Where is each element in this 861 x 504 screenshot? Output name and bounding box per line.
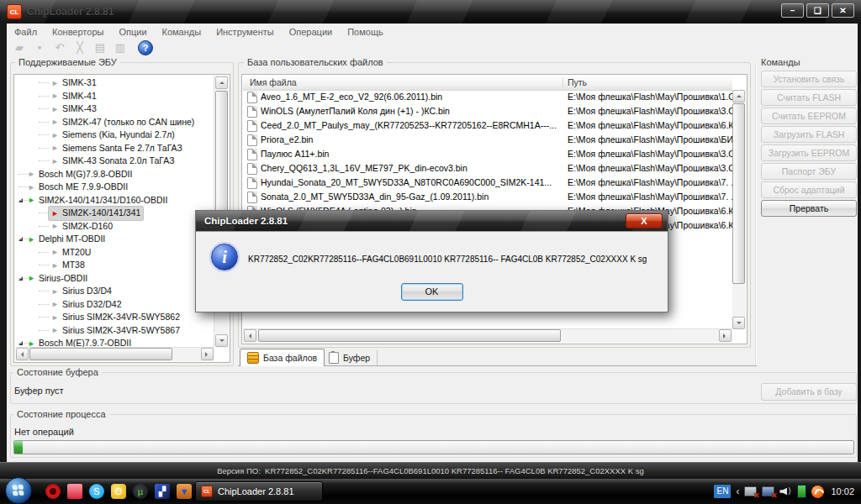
table-row[interactable]: Chery_QQ613_1,3L_16V_ME797_PK_din-ecov3.… <box>243 161 732 176</box>
table-row[interactable]: Паулюс A11+.binE:\Моя флешка\Flash\May\П… <box>243 147 732 161</box>
menu-item[interactable]: Файл <box>7 24 45 39</box>
tree-item[interactable]: ►Siemens (Kia, Hyundai 2.7л) <box>15 129 214 142</box>
tools-icon[interactable]: ╳ <box>72 40 87 55</box>
taskbar-app-button[interactable]: CL ChipLoader 2.8.81 <box>195 481 323 501</box>
arrow-green: ► <box>28 274 35 282</box>
tree-item[interactable]: ►SIMK-41 <box>15 90 214 103</box>
tree-item[interactable]: ►SIMK-31 <box>15 76 214 90</box>
file-path-cell: E:\Моя флешка\Flash\May\Прошивка\3.С... <box>568 147 732 161</box>
menu-item[interactable]: Опции <box>111 24 154 39</box>
undo-icon[interactable]: ↶ <box>52 40 67 55</box>
scroll-thumb[interactable] <box>29 348 172 360</box>
tree-item[interactable]: ►MT20U <box>15 246 214 260</box>
menu-item[interactable]: Команды <box>155 24 209 39</box>
start-button[interactable] <box>5 477 32 504</box>
tree-item-label: SIMK-43 Sonata 2.0л ТаГАЗ <box>62 155 175 168</box>
menu-item[interactable]: Инструменты <box>209 24 282 39</box>
tree-item[interactable]: ►Sirius D32/D42 <box>15 298 214 312</box>
command-button[interactable]: Паспорт ЭБУ <box>761 163 857 180</box>
ecu-tree-hscrollbar[interactable] <box>15 347 214 361</box>
scroll-right-arrow[interactable] <box>719 329 732 342</box>
tree-item[interactable]: ►SIMK-43 Sonata 2.0л ТаГАЗ <box>15 155 214 168</box>
column-header-name[interactable]: Имя файла <box>250 76 297 90</box>
chip-icon[interactable]: ▥ <box>113 40 128 55</box>
media-player-icon[interactable]: ▞ <box>155 484 170 499</box>
scroll-up-arrow[interactable] <box>732 90 745 102</box>
tree-item[interactable]: ►SIMK-43 <box>15 102 214 116</box>
volume-icon[interactable]: ) <box>779 486 792 497</box>
minimize-button[interactable]: – <box>781 3 804 18</box>
tree-item[interactable]: ►Siemens Santa Fe 2.7л ТаГАЗ <box>15 142 214 155</box>
tree-item[interactable]: ►MT38 <box>15 259 214 272</box>
column-header-path[interactable]: Путь <box>568 76 587 90</box>
battery-icon[interactable] <box>797 485 806 498</box>
command-button[interactable]: Загрузить EEPROM <box>761 144 857 161</box>
skype-icon[interactable]: S <box>89 484 104 499</box>
help-icon[interactable]: ? <box>138 40 153 55</box>
tree-item[interactable]: ►Bosch ME 7.9.9-OBDII <box>15 181 214 194</box>
menu-item[interactable]: Операции <box>282 24 340 39</box>
network-disabled-icon[interactable]: ✕ <box>744 486 757 497</box>
scroll-left-arrow[interactable] <box>16 348 29 360</box>
utorrent-icon[interactable]: µ <box>133 484 148 499</box>
table-row[interactable]: Aveo_1.6_MT_E-2_eco_V2_92(6.06.2011).bin… <box>243 90 732 104</box>
scroll-down-arrow[interactable] <box>732 317 745 329</box>
taskbar-clock[interactable]: 10:02 <box>831 486 854 496</box>
scroll-thumb[interactable] <box>732 103 745 284</box>
command-button[interactable]: Считать EEPROM <box>761 108 857 124</box>
tree-item[interactable]: ►SIM2K-47 (только по CAN шине) <box>15 116 214 129</box>
scroll-down-arrow[interactable] <box>215 334 228 347</box>
tab-file-database[interactable]: База файлов <box>240 349 325 366</box>
toolbar: ▰▪↶╳▤▥? <box>8 39 858 57</box>
dialog-close-button[interactable]: X <box>626 213 663 228</box>
table-row[interactable]: WinOLS (АмулетПалий Коля дин (+1) - )КС.… <box>243 104 732 118</box>
command-button[interactable]: Установить связь <box>761 71 857 87</box>
report-icon[interactable]: ▤ <box>92 40 108 55</box>
scroll-left-arrow[interactable] <box>244 329 256 342</box>
tree-item[interactable]: ►Sirius SIM2K-34VR-5WY5867 <box>15 324 214 338</box>
display-disconnected-icon[interactable]: ✕ <box>762 486 774 497</box>
table-row[interactable]: Hyundai_Sonata_20_MT_5WY5D33A_N8T0RC0A69… <box>243 176 732 190</box>
message-dialog: ChipLoader 2.8.81 X i KR772852_C02KR7728… <box>195 210 668 312</box>
language-indicator[interactable]: EN <box>714 485 731 498</box>
tree-item[interactable]: ►Sirius D3/D4 <box>15 285 214 298</box>
qip-icon[interactable]: ʘ <box>111 484 126 499</box>
open-file-icon[interactable]: ▰ <box>12 40 27 55</box>
tree-item-hit: ►SIMK-41 <box>49 90 99 103</box>
floppy-icon[interactable] <box>67 484 82 499</box>
avast-icon[interactable] <box>811 486 824 498</box>
table-row[interactable]: Ceed_2.0_MT_Paulys_may_(KR77205253--KR77… <box>243 118 732 133</box>
tree-item[interactable]: ►Delphi MT-OBDII <box>15 233 214 246</box>
command-button[interactable]: Сброс адаптаций <box>761 181 857 198</box>
file-table-vscrollbar[interactable] <box>732 90 746 329</box>
package-icon[interactable]: ▼ <box>177 484 192 499</box>
scroll-up-arrow[interactable] <box>215 76 228 89</box>
tab-buffer[interactable]: Буфер <box>322 350 378 365</box>
tree-item[interactable]: ►Bosch M(G)7.9.8-OBDII <box>15 168 214 181</box>
tree-item[interactable]: ►SIM2K-D160 <box>15 220 214 234</box>
close-button[interactable]: ✕ <box>832 3 854 18</box>
command-button[interactable]: Прервать <box>761 200 857 217</box>
scroll-thumb[interactable] <box>258 329 561 342</box>
add-to-database-button[interactable]: Добавить в базу <box>761 383 857 401</box>
file-table-hscrollbar[interactable] <box>243 328 732 343</box>
column-divider[interactable] <box>563 77 563 88</box>
tray-chevron-icon[interactable]: ‹ <box>736 486 739 497</box>
red-ring-icon[interactable] <box>45 484 61 499</box>
process-status-title: Состояние процесса <box>13 409 109 419</box>
menu-item[interactable]: Помощь <box>340 24 391 39</box>
table-row[interactable]: Priora_e2.binE:\Моя флешка\Flash\May\Про… <box>243 133 732 147</box>
scroll-right-arrow[interactable] <box>201 348 214 360</box>
tree-item[interactable]: ►SIM2K-140/141/341 <box>15 207 214 220</box>
tree-item[interactable]: ►Sirius SIM2K-34VR-5WY5862 <box>15 311 214 324</box>
save-icon[interactable]: ▪ <box>32 40 47 55</box>
maximize-button[interactable]: ❑ <box>806 3 829 18</box>
tree-connector <box>39 213 49 213</box>
tree-item[interactable]: ►Sirius-OBDII <box>15 272 214 286</box>
command-button[interactable]: Считать FLASH <box>761 89 857 106</box>
table-row[interactable]: Sonata_2.0_MT_5WY5D33A_din_95-Gaz_(1.09.… <box>243 190 732 204</box>
tree-item[interactable]: ►SIM2K-140/141/341/D160-OBDII <box>15 194 214 207</box>
command-button[interactable]: Загрузить FLASH <box>761 126 857 143</box>
ok-button[interactable]: OK <box>401 283 463 301</box>
menu-item[interactable]: Конверторы <box>45 24 111 39</box>
